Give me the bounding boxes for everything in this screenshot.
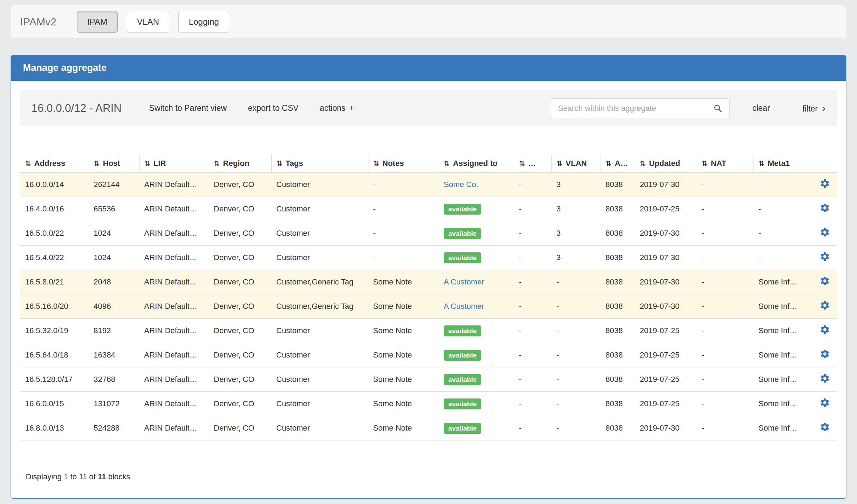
cell-host: 16384 <box>89 343 139 367</box>
row-settings-gear-icon[interactable] <box>820 349 830 359</box>
actions-label: actions <box>320 103 345 113</box>
column-header-lir[interactable]: ⇅LIR <box>139 155 209 173</box>
table-body: 16.0.0.0/14262144ARIN Default…Denver, CO… <box>20 173 837 440</box>
cell-lir: ARIN Default… <box>139 270 209 294</box>
column-label: … <box>528 159 536 168</box>
assigned-to-link[interactable]: A Customer <box>444 277 484 286</box>
row-settings-gear-icon[interactable] <box>820 373 830 384</box>
cell-lir: ARIN Default… <box>139 392 209 416</box>
cell-nat: - <box>697 197 753 221</box>
tab-logging[interactable]: Logging <box>178 11 229 33</box>
cell-tags: Customer <box>271 416 368 440</box>
actions-menu[interactable]: actions+ <box>320 103 354 113</box>
column-header-a[interactable]: ⇅A… <box>601 155 635 173</box>
cell-region: Denver, CO <box>209 416 271 440</box>
column-header-notes[interactable]: ⇅Notes <box>368 155 439 173</box>
cell-a: 8038 <box>601 343 635 367</box>
table-footer: Displaying 1 to 11 of 11 blocks <box>26 472 837 481</box>
table-row: 16.5.8.0/212048ARIN Default…Denver, COCu… <box>20 270 837 294</box>
cell-nat: - <box>697 270 753 294</box>
cell-gear <box>815 319 837 343</box>
row-settings-gear-icon[interactable] <box>820 178 830 189</box>
sort-icon: ⇅ <box>214 160 220 167</box>
cell-notes: Some Note <box>368 270 439 294</box>
sort-icon: ⇅ <box>606 160 612 167</box>
column-header-host[interactable]: ⇅Host <box>89 155 139 173</box>
cell-a: 8038 <box>601 367 635 392</box>
column-header-region[interactable]: ⇅Region <box>209 155 271 173</box>
row-settings-gear-icon[interactable] <box>820 203 830 213</box>
cell-gear <box>815 221 837 246</box>
aggregate-title: 16.0.0.0/12 - ARIN <box>31 102 122 115</box>
cell-region: Denver, CO <box>209 367 271 392</box>
cell-gear <box>815 343 837 367</box>
cell-updated: 2019-07-30 <box>635 270 697 294</box>
sort-icon: ⇅ <box>640 160 646 167</box>
cell-a: 8038 <box>601 416 635 440</box>
row-settings-gear-icon[interactable] <box>820 300 830 311</box>
export-csv-link[interactable]: export to CSV <box>248 103 299 113</box>
cell-updated: 2019-07-25 <box>635 319 697 343</box>
footer-count: 11 <box>98 472 106 481</box>
column-header-col8[interactable]: ⇅… <box>514 155 551 173</box>
column-label: Tags <box>285 159 303 168</box>
cell-gear <box>815 197 837 221</box>
cell-lir: ARIN Default… <box>139 221 209 246</box>
column-header-tags[interactable]: ⇅Tags <box>271 155 368 173</box>
column-label: LIR <box>153 159 166 168</box>
sort-icon: ⇅ <box>94 160 100 167</box>
row-settings-gear-icon[interactable] <box>820 397 830 408</box>
tab-vlan[interactable]: VLAN <box>127 11 170 33</box>
cell-vlan: 3 <box>551 173 601 197</box>
cell-address: 16.5.8.0/21 <box>20 270 89 294</box>
row-settings-gear-icon[interactable] <box>820 227 830 238</box>
sort-icon: ⇅ <box>702 160 708 167</box>
available-badge: available <box>444 252 481 263</box>
cell-a: 8038 <box>601 319 635 343</box>
sort-icon: ⇅ <box>519 160 525 167</box>
table-row: 16.6.0.0/15131072ARIN Default…Denver, CO… <box>20 392 837 416</box>
column-header-updated[interactable]: ⇅Updated <box>635 155 697 173</box>
switch-parent-view-link[interactable]: Switch to Parent view <box>149 103 227 113</box>
available-badge: available <box>444 228 481 239</box>
cell-host: 4096 <box>89 294 139 319</box>
cell-updated: 2019-07-30 <box>635 416 697 440</box>
cell-tags: Customer <box>271 343 368 367</box>
cell-address: 16.0.0.0/14 <box>20 173 89 197</box>
cell-tags: Customer <box>271 392 368 416</box>
row-settings-gear-icon[interactable] <box>820 276 830 286</box>
search-input[interactable] <box>551 98 706 118</box>
toolbar: 16.0.0.0/12 - ARIN Switch to Parent view… <box>20 90 837 126</box>
column-header-nat[interactable]: ⇅NAT <box>697 155 753 173</box>
cell-meta1: Some Inf… <box>753 270 815 294</box>
cell-notes: Some Note <box>368 416 439 440</box>
cell-nat: - <box>697 246 753 270</box>
table-row: 16.0.0.0/14262144ARIN Default…Denver, CO… <box>20 173 837 197</box>
row-settings-gear-icon[interactable] <box>820 324 830 335</box>
cell-gear <box>815 367 837 392</box>
table-row: 16.5.32.0/198192ARIN Default…Denver, COC… <box>20 319 837 343</box>
search-button[interactable] <box>706 98 730 118</box>
cell-col8: - <box>514 173 551 197</box>
cell-address: 16.5.0.0/22 <box>20 221 89 246</box>
row-settings-gear-icon[interactable] <box>820 422 830 432</box>
column-header-assigned[interactable]: ⇅Assigned to <box>439 155 514 173</box>
cell-address: 16.4.0.0/16 <box>20 197 89 221</box>
column-label: Address <box>34 159 65 168</box>
clear-link[interactable]: clear <box>752 103 770 113</box>
column-header-address[interactable]: ⇅Address <box>20 155 89 173</box>
filter-link[interactable]: filter› <box>803 103 826 114</box>
column-header-vlan[interactable]: ⇅VLAN <box>551 155 601 173</box>
cell-nat: - <box>697 416 753 440</box>
column-header-meta1[interactable]: ⇅Meta1 <box>753 155 815 173</box>
row-settings-gear-icon[interactable] <box>820 251 830 262</box>
cell-region: Denver, CO <box>209 343 271 367</box>
cell-host: 65536 <box>89 197 139 221</box>
tab-ipam[interactable]: IPAM <box>77 11 118 33</box>
cell-a: 8038 <box>601 270 635 294</box>
cell-notes: - <box>368 197 439 221</box>
cell-updated: 2019-07-30 <box>635 221 697 246</box>
assigned-to-link[interactable]: Some Co. <box>444 180 478 189</box>
assigned-to-link[interactable]: A Customer <box>444 302 484 311</box>
cell-address: 16.5.32.0/19 <box>20 319 89 343</box>
